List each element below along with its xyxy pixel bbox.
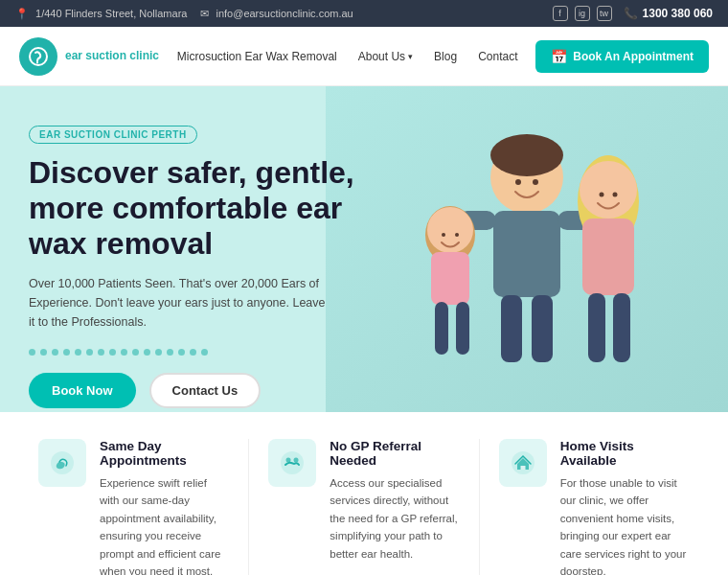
svg-point-29: [294, 458, 299, 463]
nav-link-microsuction[interactable]: Microsuction Ear Wax Removal: [177, 50, 337, 63]
dot: [98, 349, 104, 356]
hero-badge: EAR SUCTION CLINIC PERTH: [29, 126, 197, 144]
email-item[interactable]: ✉ info@earsuctionclinic.com.au: [200, 8, 353, 20]
dot: [52, 349, 58, 356]
svg-point-0: [30, 48, 47, 65]
dot: [144, 349, 150, 356]
feature-title-no-gp: No GP Referral Needed: [330, 439, 459, 468]
dot: [132, 349, 139, 356]
feature-desc-same-day: Experience swift relief with our same-da…: [100, 474, 229, 575]
hero-title: Discover safer, gentle, more comfortable…: [29, 155, 374, 261]
svg-rect-31: [520, 466, 525, 470]
feature-title-home-visits: Home Visits Available: [560, 439, 690, 468]
hero-image: [326, 86, 728, 412]
book-appointment-button[interactable]: 📅 Book An Appointment: [535, 40, 709, 73]
family-photo: [326, 86, 728, 412]
top-bar: 📍 1/440 Flinders Street, Nollamara ✉ inf…: [0, 0, 728, 27]
dot: [86, 349, 93, 356]
calendar-icon: 📅: [551, 49, 567, 64]
feature-text-same-day: Same Day Appointments Experience swift r…: [100, 439, 229, 575]
feature-text-home-visits: Home Visits Available For those unable t…: [560, 439, 690, 575]
phone-number[interactable]: 📞 1300 380 060: [624, 7, 713, 20]
dot: [109, 349, 116, 356]
house-icon: [510, 449, 536, 476]
svg-rect-19: [456, 302, 469, 355]
nav-link-blog[interactable]: Blog: [434, 50, 457, 63]
logo-text: ear suction clinic: [65, 49, 159, 64]
svg-rect-8: [501, 295, 522, 362]
family-illustration: [326, 86, 728, 412]
no-gp-icon: [268, 439, 316, 487]
svg-point-23: [613, 193, 618, 197]
svg-point-21: [533, 179, 538, 185]
feature-text-no-gp: No GP Referral Needed Access our special…: [330, 439, 459, 563]
dot: [155, 349, 162, 356]
svg-point-11: [580, 161, 637, 218]
home-visits-icon: [499, 439, 547, 487]
book-now-button[interactable]: Book Now: [29, 373, 136, 408]
handshake-icon: [279, 449, 306, 476]
hero-content: EAR SUCTION CLINIC PERTH Discover safer,…: [29, 115, 374, 408]
dot: [178, 349, 185, 356]
feature-desc-home-visits: For those unable to visit our clinic, we…: [560, 474, 690, 575]
dot: [167, 349, 173, 356]
svg-point-20: [515, 179, 521, 185]
top-bar-left: 📍 1/440 Flinders Street, Nollamara ✉ inf…: [15, 8, 353, 20]
hero-dots: [29, 349, 220, 356]
same-day-icon: [38, 439, 86, 487]
facebook-icon[interactable]: f: [553, 6, 568, 21]
svg-point-24: [442, 233, 445, 237]
logo-icon: [19, 37, 57, 76]
instagram-icon[interactable]: ig: [575, 6, 590, 21]
features-section: Same Day Appointments Experience swift r…: [0, 412, 728, 575]
feature-desc-no-gp: Access our specialised services directly…: [330, 474, 459, 563]
svg-rect-17: [431, 252, 469, 305]
nav-link-about[interactable]: About Us ▾: [358, 50, 413, 63]
nav-link-contact[interactable]: Contact: [478, 50, 517, 63]
dot: [63, 349, 70, 356]
nav-links: Microsuction Ear Wax Removal About Us ▾ …: [177, 50, 518, 63]
feature-item-same-day: Same Day Appointments Experience swift r…: [19, 439, 249, 575]
address-item: 📍 1/440 Flinders Street, Nollamara: [15, 8, 187, 20]
dot: [190, 349, 196, 356]
hero-section: EAR SUCTION CLINIC PERTH Discover safer,…: [0, 86, 728, 412]
dot: [29, 349, 35, 356]
feature-item-home-visits: Home Visits Available For those unable t…: [480, 439, 709, 575]
dot: [40, 349, 47, 356]
dot: [75, 349, 81, 356]
ear-logo-svg: [27, 45, 50, 68]
nav-bar: ear suction clinic Microsuction Ear Wax …: [0, 27, 728, 86]
svg-point-22: [600, 193, 604, 197]
social-icons: f ig tw: [553, 6, 612, 21]
svg-rect-18: [435, 302, 448, 355]
hands-icon: [49, 449, 76, 476]
chevron-down-icon: ▾: [408, 52, 413, 61]
logo[interactable]: ear suction clinic: [19, 37, 159, 76]
svg-rect-13: [588, 293, 605, 362]
email-icon: ✉: [200, 8, 209, 19]
phone-icon: 📞: [624, 7, 638, 20]
svg-rect-9: [532, 295, 553, 362]
hero-buttons: Book Now Contact Us: [29, 373, 374, 408]
svg-rect-5: [493, 211, 560, 297]
location-icon: 📍: [15, 8, 29, 19]
svg-point-4: [490, 134, 563, 176]
hero-description: Over 10,000 Patients Seen. That's over 2…: [29, 274, 326, 332]
twitter-icon[interactable]: tw: [597, 6, 612, 21]
svg-point-25: [455, 233, 459, 237]
contact-us-button[interactable]: Contact Us: [149, 373, 262, 408]
dot: [121, 349, 127, 356]
svg-point-1: [36, 61, 38, 63]
svg-point-28: [286, 458, 291, 463]
top-bar-right: f ig tw 📞 1300 380 060: [553, 6, 713, 21]
svg-rect-14: [613, 293, 630, 362]
feature-title-same-day: Same Day Appointments: [100, 439, 229, 468]
svg-rect-12: [582, 218, 634, 295]
feature-item-no-gp: No GP Referral Needed Access our special…: [249, 439, 479, 575]
dot: [201, 349, 208, 356]
